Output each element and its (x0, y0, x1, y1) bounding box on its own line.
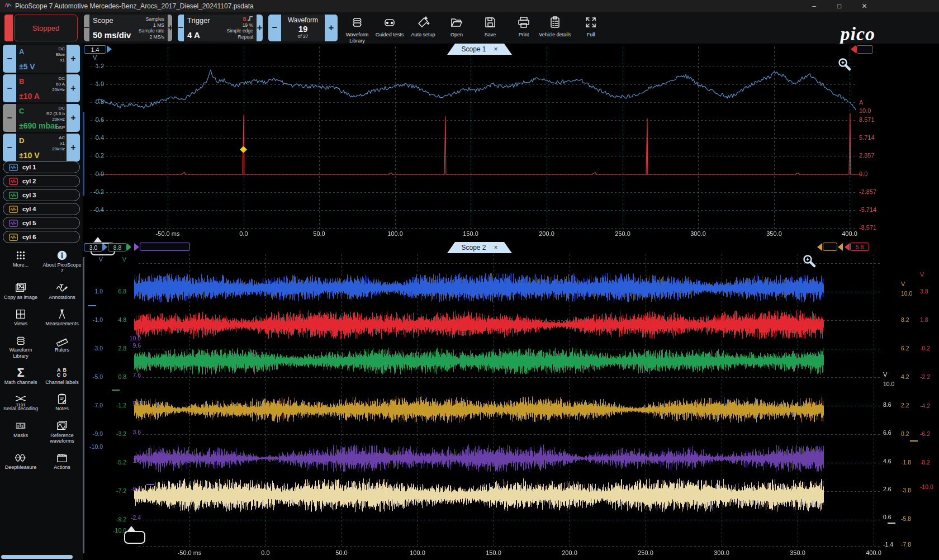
channel-D-panel[interactable]: −D±10 VACx120kHz+ (3, 134, 80, 162)
close-button[interactable]: ✕ (852, 0, 877, 12)
minimize-button[interactable]: – (802, 0, 827, 12)
scope2-pan-handle[interactable] (124, 531, 145, 544)
tool-more[interactable]: More... (0, 249, 41, 274)
math-channels-icon: Σ (17, 366, 24, 379)
channel-C-dsp: DSP (56, 125, 65, 130)
tool-math-channels[interactable]: ΣMath channels (0, 366, 41, 385)
scope2-tab-close-icon[interactable]: × (494, 244, 498, 251)
scope1-tab-close-icon[interactable]: × (494, 45, 498, 53)
cyl-label: cyl 2 (22, 178, 36, 184)
tool-reference-waveforms[interactable]: Reference waveforms (41, 419, 83, 444)
cylinder-button-2[interactable]: cyl 2 (3, 175, 80, 187)
scope2-blue-tag[interactable]: 3.0 (84, 243, 103, 251)
channel-B-minus-button[interactable]: − (3, 74, 16, 102)
tool-copy-as-image[interactable]: Copy as image (0, 281, 41, 300)
tool-notes[interactable]: Notes (41, 392, 83, 411)
waveform-prev-button[interactable]: − (268, 15, 281, 41)
trigger-info: B 19 % Simple edge Repeat (219, 16, 253, 40)
waveform-library-button[interactable]: WaveformLibrary (341, 15, 373, 42)
tool-rulers[interactable]: Rulers (41, 334, 83, 359)
tool-annotations[interactable]: Annotations (41, 281, 83, 300)
tool-channel-labels[interactable]: A BC DChannel labels (41, 366, 83, 385)
tool-measurements[interactable]: Measurements (41, 307, 83, 326)
channel-C-panel[interactable]: −C±690 mbarDCR2 (3.5 b20kHzDSP+ (3, 104, 80, 132)
math-channels-label: Math channels (4, 379, 37, 385)
cylinder-button-6[interactable]: cyl 6 (3, 231, 80, 243)
channel-B-plus-button[interactable]: + (67, 74, 80, 102)
guided-tests-button[interactable]: Guided tests (373, 15, 406, 42)
cylinder-button-3[interactable]: cyl 3 (3, 189, 80, 201)
scope1-zoom-icon[interactable] (837, 57, 852, 74)
scope2-right-unit-1: V (901, 281, 905, 287)
more-icon (15, 249, 27, 262)
scope2-purple-tag[interactable] (140, 243, 190, 251)
channel-D-minus-button[interactable]: − (3, 134, 16, 162)
scope1-right-unit: A (859, 99, 863, 106)
sidebar-scrollbar[interactable] (1, 555, 73, 559)
scope-group: − Scope 50 ms/div Samples 1 MS Sample ra… (84, 15, 172, 41)
channel-D-plus-button[interactable]: + (67, 134, 80, 162)
scope1-left-unit: V (93, 54, 97, 61)
scope2-red-tag[interactable]: 5.8 (850, 243, 869, 251)
channel-B-body: B±10 ADC60 A20kHz (16, 74, 67, 102)
trigger-group: − Trigger 4 A B 19 % Simple edge Repeat … (178, 15, 263, 41)
vehicle-details-button[interactable]: Vehicle details (539, 15, 571, 42)
scope2-right-tick: 2.6 (883, 486, 891, 492)
scope1-axis-tag-arrow (107, 45, 112, 53)
scope2-green-tag[interactable]: 8.8 (108, 243, 127, 251)
scope1-left-tick: 1.0 (83, 80, 104, 87)
cylinder-button-1[interactable]: cyl 1 (3, 161, 80, 173)
trigger-level-value[interactable]: 4 A (187, 30, 219, 40)
tool-deepmeasure[interactable]: DeepMeasure (0, 451, 41, 470)
tool-serial-decoding[interactable]: 1101Serial decoding (0, 392, 41, 411)
tool-views[interactable]: Views (0, 307, 41, 326)
scope1-right-tick: 2.857 (859, 152, 875, 159)
scope1-trigger-marker[interactable] (240, 146, 247, 153)
channel-C-minus-button[interactable]: − (3, 104, 16, 132)
channel-A-minus-button[interactable]: − (3, 45, 16, 73)
scope-plus-button[interactable]: + (168, 15, 172, 41)
tool-about[interactable]: About PicoScope 7 (41, 249, 83, 274)
cyl-label: cyl 6 (22, 234, 36, 240)
scope2-right-unit-0: V (883, 371, 887, 378)
scope-timebase-value[interactable]: 50 ms/div (93, 30, 133, 40)
scope2-tab[interactable]: Scope 2× (447, 242, 512, 253)
scope1-tab[interactable]: Scope 1× (447, 44, 512, 55)
open-label: Open (450, 32, 463, 37)
scope1-trigger-tag[interactable] (856, 45, 873, 54)
scope-minus-button[interactable]: − (84, 15, 89, 41)
tool-masks[interactable]: Masks (0, 419, 41, 444)
stopped-button[interactable]: Stopped (14, 15, 78, 41)
scope2-right-tick: -2.2 (920, 373, 930, 380)
cylinder-button-5[interactable]: cyl 5 (3, 217, 80, 229)
trigger-plus-button[interactable]: + (257, 15, 263, 41)
scope2-zoom-icon[interactable] (802, 254, 817, 270)
print-button[interactable]: Print (508, 15, 540, 42)
auto-setup-button[interactable]: Auto setup (407, 15, 439, 42)
tool-actions[interactable]: Actions (41, 451, 83, 470)
scope1-left-tick: -0.2 (83, 188, 104, 195)
open-button[interactable]: Open (440, 15, 473, 42)
tool-waveform-library-side[interactable]: Waveform Library (0, 334, 41, 359)
channel-B-panel[interactable]: −B±10 ADC60 A20kHz+ (3, 74, 80, 102)
channel-A-panel[interactable]: −A±5 VDCBluex1+ (3, 45, 80, 73)
scope1-pan-handle-arrow[interactable] (94, 237, 102, 242)
deepmeasure-label: DeepMeasure (5, 464, 37, 470)
channel-A-plus-button[interactable]: + (67, 45, 80, 73)
maximize-button[interactable]: □ (827, 0, 852, 12)
scope2-right-tick: -6.2 (920, 430, 930, 437)
scope2-vertical-scrollbar[interactable] (83, 257, 84, 553)
trigger-channel: B (243, 16, 246, 22)
scope2-gold-tag[interactable] (823, 243, 837, 251)
scope2-left-tick: 4.8 (105, 316, 126, 323)
cylinder-button-4[interactable]: cyl 4 (3, 203, 80, 215)
scope1-axis-tag[interactable]: 1.4 (84, 45, 106, 54)
full-button[interactable]: Full (575, 15, 607, 42)
trigger-minus-button[interactable]: − (178, 15, 184, 41)
waveform-next-button[interactable]: + (325, 15, 338, 41)
save-button[interactable]: Save (474, 15, 506, 42)
channel-C-plus-button[interactable]: + (67, 104, 80, 132)
scope2-pan-handle-arrow[interactable] (127, 526, 135, 531)
reference-waveforms-icon (56, 419, 68, 433)
vehicle-details-icon (548, 15, 562, 32)
